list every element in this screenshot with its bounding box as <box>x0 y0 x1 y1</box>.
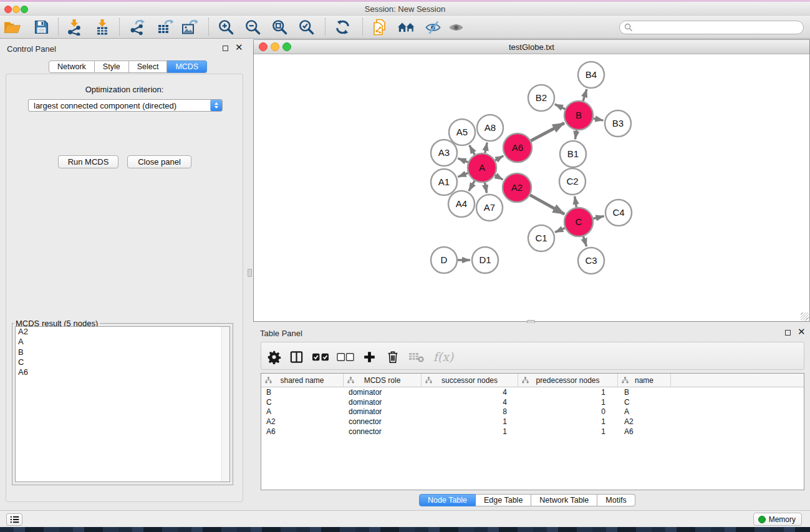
column-header[interactable]: MCDS role <box>344 374 422 387</box>
export-image-button[interactable] <box>179 17 199 37</box>
column-header[interactable]: name <box>618 374 671 387</box>
table-cell: dominator <box>344 388 422 397</box>
zoom-selected-button[interactable] <box>296 17 316 37</box>
table-row[interactable]: Cdominator41C <box>261 397 804 407</box>
delete-table-button[interactable] <box>407 347 426 366</box>
table-row[interactable]: A2connector11A2 <box>261 417 804 427</box>
zoom-in-icon <box>218 19 234 36</box>
network-file-button[interactable] <box>370 17 390 37</box>
zoom-out-button[interactable] <box>243 17 263 37</box>
float-table-panel-icon[interactable] <box>785 330 791 336</box>
import-network-icon <box>66 19 83 36</box>
show-details-button[interactable] <box>446 17 466 37</box>
hide-details-icon <box>425 20 441 35</box>
table-row[interactable]: Adominator80A <box>261 407 804 417</box>
toolbar-separator <box>362 18 363 36</box>
import-network-button[interactable] <box>64 17 84 37</box>
column-header-label: predecessor nodes <box>536 376 599 385</box>
task-history-button[interactable] <box>6 513 22 526</box>
column-header[interactable]: successor nodes <box>422 374 518 387</box>
result-item[interactable]: B <box>16 347 229 357</box>
function-icon: f(x) <box>433 350 454 364</box>
column-grip-icon <box>522 377 529 384</box>
tab-network-table[interactable]: Network Table <box>531 494 597 506</box>
tab-mcds[interactable]: MCDS <box>167 60 207 73</box>
delete-columns-button[interactable] <box>383 347 402 366</box>
graph-edge <box>469 181 475 191</box>
network-window-titlebar[interactable]: testGlobe.txt <box>254 40 809 54</box>
show-columns-button[interactable] <box>287 347 306 366</box>
table-cell: connector <box>344 427 422 436</box>
tab-style[interactable]: Style <box>95 60 129 73</box>
trash-icon <box>386 350 400 364</box>
search-field[interactable] <box>619 21 804 34</box>
main-toolbar <box>0 16 810 39</box>
memory-button[interactable]: Memory <box>753 513 802 526</box>
unselect-all-columns-button[interactable] <box>335 347 356 366</box>
close-table-panel-icon[interactable]: ✕ <box>798 327 806 337</box>
table-toolbar: f(x) <box>261 342 804 370</box>
network-window-title: testGlobe.txt <box>254 42 809 52</box>
table-row[interactable]: A6connector11A6 <box>261 427 804 437</box>
table-cell: B <box>618 388 671 397</box>
tab-motifs[interactable]: Motifs <box>597 494 635 506</box>
select-all-columns-button[interactable] <box>310 347 331 366</box>
network-view-window: testGlobe.txt B4B2BB3A8A5A6A3B1AA1C2A2A4… <box>253 39 810 322</box>
zoom-in-button[interactable] <box>216 17 236 37</box>
tab-edge-table[interactable]: Edge Table <box>476 494 531 506</box>
refresh-button[interactable] <box>332 17 352 37</box>
table-cell: 0 <box>518 407 618 416</box>
table-cell: 1 <box>422 427 518 436</box>
result-scrollbar[interactable] <box>221 327 229 481</box>
mcds-result-group: MCDS result (5 nodes) A2ABCA6 <box>12 323 233 485</box>
graph-node-label: B2 <box>536 92 547 103</box>
tab-select[interactable]: Select <box>129 60 168 73</box>
column-header[interactable]: predecessor nodes <box>518 374 618 387</box>
run-mcds-button[interactable]: Run MCDS <box>58 155 118 168</box>
tab-network[interactable]: Network <box>49 60 95 73</box>
function-builder-button[interactable]: f(x) <box>431 347 456 366</box>
zoom-fit-button[interactable] <box>269 17 289 37</box>
vertical-divider-grip[interactable] <box>248 269 252 277</box>
float-panel-icon[interactable] <box>223 46 228 51</box>
import-table-button[interactable] <box>92 17 112 37</box>
close-panel-icon[interactable]: ✕ <box>235 42 243 52</box>
graph-edge <box>485 183 486 193</box>
save-session-button[interactable] <box>31 17 51 37</box>
table-settings-button[interactable] <box>264 347 283 366</box>
table-cell: connector <box>344 417 422 426</box>
create-column-button[interactable] <box>360 347 378 366</box>
network-canvas[interactable]: B4B2BB3A8A5A6A3B1AA1C2A2A4A7C4CC1C3DD1 <box>254 54 809 321</box>
result-item[interactable]: C <box>16 357 229 367</box>
graph-node-label: A7 <box>484 202 495 213</box>
table-cell: A2 <box>261 417 344 426</box>
graph-node-label: A1 <box>438 177 450 187</box>
column-grip-icon <box>347 377 354 384</box>
column-header[interactable]: shared name <box>261 374 344 387</box>
column-header-label: name <box>635 376 653 385</box>
window-resize-grip[interactable] <box>801 312 809 321</box>
open-session-button[interactable] <box>2 17 22 37</box>
result-item[interactable]: A6 <box>16 367 229 377</box>
open-folder-icon <box>4 20 21 35</box>
criterion-dropdown[interactable]: largest connected component (directed) <box>28 99 223 112</box>
graph-node-label: A5 <box>456 127 468 137</box>
table-header-row: shared nameMCDS rolesuccessor nodesprede… <box>261 374 804 387</box>
home-button[interactable] <box>397 17 417 37</box>
result-item[interactable]: A <box>16 337 229 347</box>
export-table-button[interactable] <box>155 17 175 37</box>
table-cell: A2 <box>618 417 671 426</box>
close-panel-button[interactable]: Close panel <box>127 155 191 168</box>
table-row[interactable]: Bdominator41B <box>261 387 804 397</box>
network-file-icon <box>372 19 388 36</box>
hide-details-button[interactable] <box>423 17 443 37</box>
export-network-button[interactable] <box>127 17 147 37</box>
search-input[interactable] <box>633 22 803 33</box>
memory-status-icon <box>758 516 766 523</box>
result-item[interactable]: A2 <box>16 327 229 337</box>
toolbar-separator <box>208 18 209 36</box>
tab-node-table[interactable]: Node Table <box>419 494 476 506</box>
column-grip-icon <box>265 377 272 384</box>
plus-icon <box>363 351 376 364</box>
window-titlebar: Session: New Session <box>0 2 810 16</box>
